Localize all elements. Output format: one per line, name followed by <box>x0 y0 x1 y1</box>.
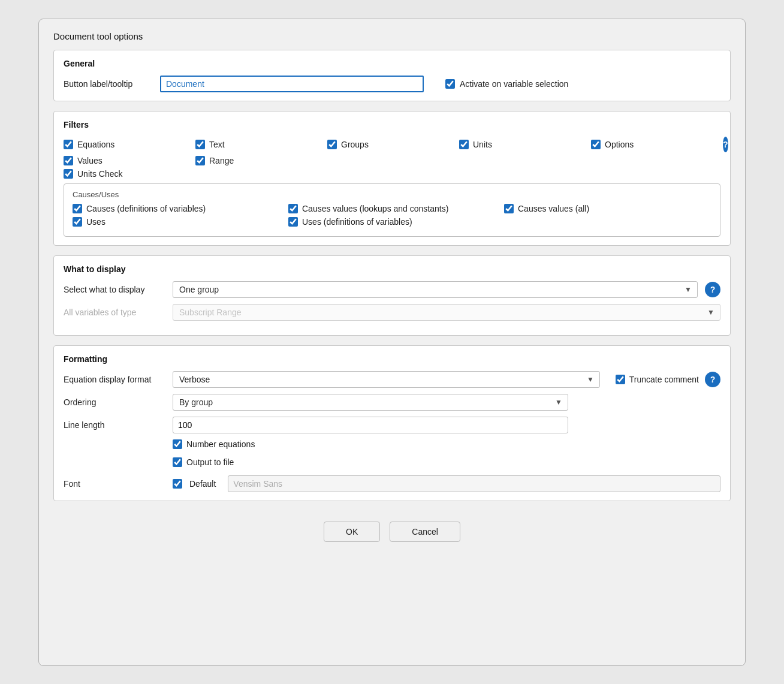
formatting-section-title: Formatting <box>64 354 720 364</box>
filter-values-label: Values <box>77 156 102 165</box>
filter-item-groups: Groups <box>327 140 453 149</box>
font-default-label: Default <box>189 479 216 489</box>
filter-units-check-checkbox[interactable] <box>64 169 73 179</box>
causes-values-all-item: Causes values (all) <box>504 204 720 213</box>
causes-values-all-label: Causes values (all) <box>518 204 589 213</box>
causes-values-lookups-item: Causes values (lookups and constants) <box>288 204 504 213</box>
filters-section-title: Filters <box>64 120 720 129</box>
ordering-dropdown[interactable]: By group Alphabetical <box>173 394 568 411</box>
causes-values-all-checkbox[interactable] <box>504 204 514 213</box>
filter-groups-label: Groups <box>341 140 369 149</box>
filter-text-label: Text <box>209 140 225 149</box>
button-label-input[interactable] <box>160 76 424 92</box>
cancel-button[interactable]: Cancel <box>390 522 460 542</box>
filters-grid: Equations Text Groups Units Options <box>64 137 720 179</box>
formatting-help-button[interactable]: ? <box>705 372 720 387</box>
what-to-display-help-button[interactable]: ? <box>705 282 720 297</box>
filters-section: Filters Equations Text Groups Unit <box>53 111 731 246</box>
button-label-label: Button label/tooltip <box>64 79 150 89</box>
select-display-label: Select what to display <box>64 285 165 294</box>
filters-row-1: Equations Text Groups Units Options <box>64 137 720 152</box>
filter-range-checkbox[interactable] <box>195 156 205 165</box>
causes-row-1: Causes (definitions of variables) Causes… <box>73 204 711 213</box>
ordering-dropdown-wrap: By group Alphabetical ▼ <box>173 394 568 411</box>
uses-label: Uses <box>86 217 105 227</box>
output-to-file-label: Output to file <box>186 457 234 467</box>
ok-button[interactable]: OK <box>324 522 380 542</box>
line-length-input[interactable] <box>173 417 568 433</box>
filter-item-options: Options <box>591 140 717 149</box>
filter-text-checkbox[interactable] <box>195 140 205 149</box>
eq-dropdown-wrap: Verbose Compact None ▼ <box>173 371 600 388</box>
number-equations-row: Number equations <box>173 439 720 449</box>
causes-values-lookups-label: Causes values (lookups and constants) <box>302 204 448 213</box>
general-section-title: General <box>64 59 720 68</box>
uses-defs-item: Uses (definitions of variables) <box>288 217 504 227</box>
filter-item-values: Values <box>64 156 189 165</box>
eq-format-dropdown[interactable]: Verbose Compact None <box>173 371 600 388</box>
all-variables-dropdown-wrap: Subscript Range Level Rate Aux ▼ <box>173 304 720 321</box>
uses-defs-checkbox[interactable] <box>288 217 298 227</box>
select-display-row: Select what to display One group All var… <box>64 281 720 298</box>
filter-options-checkbox[interactable] <box>591 140 601 149</box>
filters-help-button[interactable]: ? <box>723 137 728 152</box>
filter-item-units: Units <box>459 140 585 149</box>
uses-defs-label: Uses (definitions of variables) <box>302 217 412 227</box>
filter-item-range: Range <box>195 156 321 165</box>
buttons-row: OK Cancel <box>53 522 731 542</box>
formatting-section: Formatting Equation display format Verbo… <box>53 345 731 501</box>
font-value-input[interactable] <box>228 475 720 492</box>
truncate-comment-checkbox[interactable] <box>616 375 625 384</box>
output-to-file-row: Output to file <box>173 457 720 467</box>
all-variables-row: All variables of type Subscript Range Le… <box>64 304 720 321</box>
filter-item-equations: Equations <box>64 140 189 149</box>
uses-item: Uses <box>73 217 288 227</box>
filter-options-label: Options <box>605 140 634 149</box>
truncate-comment-label: Truncate comment <box>629 375 699 384</box>
causes-defs-checkbox[interactable] <box>73 204 82 213</box>
filter-item-text: Text <box>195 140 321 149</box>
causes-values-lookups-checkbox[interactable] <box>288 204 298 213</box>
filter-units-checkbox[interactable] <box>459 140 469 149</box>
activate-checkbox[interactable] <box>445 79 455 89</box>
font-row: Font Default <box>64 475 720 492</box>
filter-groups-checkbox[interactable] <box>327 140 337 149</box>
causes-defs-item: Causes (definitions of variables) <box>73 204 288 213</box>
uses-checkbox[interactable] <box>73 217 82 227</box>
ordering-row: Ordering By group Alphabetical ▼ <box>64 394 720 411</box>
filters-row-3: Units Check <box>64 169 720 179</box>
font-label: Font <box>64 479 165 489</box>
filter-units-label: Units <box>473 140 492 149</box>
select-display-dropdown-wrap: One group All variables Selected variabl… <box>173 281 698 298</box>
select-display-dropdown[interactable]: One group All variables Selected variabl… <box>173 281 698 298</box>
general-row: Button label/tooltip Activate on variabl… <box>64 76 720 92</box>
activate-row: Activate on variable selection <box>445 79 568 89</box>
causes-defs-label: Causes (definitions of variables) <box>86 204 206 213</box>
filter-values-checkbox[interactable] <box>64 156 73 165</box>
causes-uses-title: Causes/Uses <box>73 190 711 199</box>
causes-row-2: Uses Uses (definitions of variables) <box>73 217 711 227</box>
filters-row-2: Values Range <box>64 156 720 165</box>
number-equations-checkbox[interactable] <box>173 439 182 449</box>
eq-format-wrap: Verbose Compact None ▼ Truncate comment … <box>173 371 720 388</box>
font-default-checkbox[interactable] <box>173 479 182 489</box>
all-variables-label: All variables of type <box>64 308 165 317</box>
activate-label: Activate on variable selection <box>460 79 568 89</box>
filter-equations-checkbox[interactable] <box>64 140 73 149</box>
output-to-file-checkbox[interactable] <box>173 457 182 467</box>
eq-format-row: Equation display format Verbose Compact … <box>64 371 720 388</box>
what-to-display-title: What to display <box>64 264 720 274</box>
filter-units-check-label: Units Check <box>77 169 122 179</box>
filter-equations-label: Equations <box>77 140 114 149</box>
what-to-display-section: What to display Select what to display O… <box>53 255 731 336</box>
formatting-grid: Equation display format Verbose Compact … <box>64 371 720 492</box>
ordering-label: Ordering <box>64 397 165 407</box>
number-equations-label: Number equations <box>186 439 255 449</box>
line-length-label: Line length <box>64 420 165 430</box>
line-length-row: Line length <box>64 417 720 433</box>
filter-range-label: Range <box>209 156 234 165</box>
dialog-title: Document tool options <box>53 31 731 41</box>
filter-item-units-check: Units Check <box>64 169 189 179</box>
truncate-row: Truncate comment <box>616 375 699 384</box>
all-variables-dropdown[interactable]: Subscript Range Level Rate Aux <box>173 304 720 321</box>
